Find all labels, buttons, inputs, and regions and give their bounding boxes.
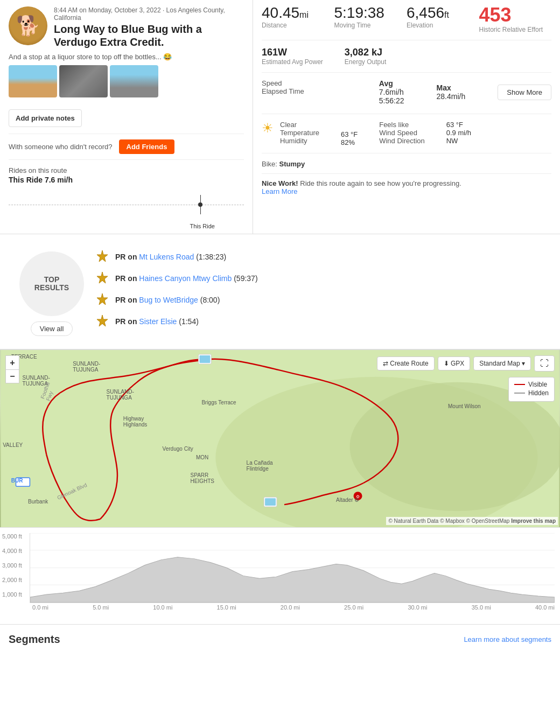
stat-relative-effort-value: 453: [479, 5, 552, 25]
elevation-svg: [30, 533, 555, 603]
pr-time: (1:54): [179, 317, 199, 326]
add-friends-button[interactable]: Add Friends: [119, 139, 175, 154]
elapsed-label: Elapsed Time: [262, 87, 304, 95]
top-results-section: TOPRESULTS View all PR on Mt Lukens Road…: [0, 234, 560, 349]
map-label-briggs: Briggs Terrace: [201, 400, 236, 405]
wind-speed-label: Wind Speed: [379, 129, 425, 137]
pr-label: PR on: [115, 296, 139, 304]
stat-moving-time: 5:19:38 Moving Time: [334, 5, 407, 33]
activity-description: And a stop at a liquor store to top off …: [9, 53, 244, 61]
segments-title: Segments: [9, 633, 60, 646]
pr-badge-icon: [95, 249, 110, 264]
map-label-sunland1: SUNLAND-TUJUNGA: [73, 361, 100, 373]
pr-time: (59:37): [234, 274, 257, 283]
elevation-chart-container: 5,000 ft 4,000 ft 3,000 ft 2,000 ft 1,00…: [0, 528, 560, 614]
pr-label: PR on: [115, 253, 139, 261]
add-private-notes-button[interactable]: Add private notes: [9, 109, 82, 127]
pr-badge-icon: [95, 292, 110, 307]
svg-marker-2: [97, 293, 108, 305]
stat-elevation: 6,456ft Elevation: [407, 5, 479, 33]
zoom-in-button[interactable]: +: [5, 355, 19, 369]
elev-y-5000: 5,000 ft: [2, 533, 22, 540]
map-legend: Visible Hidden: [508, 377, 555, 402]
top-label: TOPRESULTS: [34, 276, 69, 292]
energy-output: 3,082 kJ Energy Output: [345, 47, 386, 66]
view-all-button[interactable]: View all: [31, 321, 73, 336]
fullscreen-button[interactable]: ⛶: [534, 355, 555, 372]
svg-rect-8: [199, 355, 210, 363]
weather-left: Clear Temperature Humidity: [280, 121, 319, 146]
add-friends-row: With someone who didn't record? Add Frie…: [9, 134, 244, 160]
add-friends-label: With someone who didn't record?: [9, 143, 113, 151]
map-label-burbank: Burbank: [28, 499, 48, 505]
speed-header: Speed Elapsed Time Avg 7.6mi/h 5:56:22 M…: [262, 79, 551, 105]
map-label-verdugo: Verdugo City: [163, 446, 193, 452]
pr-segment-link[interactable]: Mt Lukens Road: [139, 253, 194, 261]
route-title: Rides on this route: [9, 166, 244, 174]
learn-more-segments-link[interactable]: Learn more about segments: [464, 635, 551, 643]
svg-marker-3: [97, 315, 108, 326]
nice-work-desc: Ride this route again to see how you're …: [300, 179, 461, 187]
pr-badge-icon: [95, 271, 110, 286]
estimated-power-value: 161W: [262, 47, 323, 58]
gpx-button[interactable]: ⬇ GPX: [438, 356, 471, 370]
photo-thumb-1[interactable]: [9, 65, 57, 97]
zoom-out-button[interactable]: −: [5, 369, 19, 383]
top-section: 🐕 8:44 AM on Monday, October 3, 2022 · L…: [0, 0, 560, 234]
route-chart: This Ride: [9, 188, 244, 221]
top-results-label: TOPRESULTS: [34, 276, 69, 292]
weather-temp-label: Temperature: [280, 129, 319, 137]
elev-x-0: 0.0 mi: [32, 604, 48, 611]
activity-meta: 8:44 AM on Monday, October 3, 2022 · Los…: [54, 6, 244, 48]
route-svg: ⚙: [0, 350, 560, 527]
speed-section: Speed Elapsed Time Avg 7.6mi/h 5:56:22 M…: [262, 79, 551, 114]
elapsed-value: 5:56:22: [379, 96, 404, 105]
bike-name: Stumpy: [279, 160, 305, 168]
stats-row-1: 40.45mi Distance 5:19:38 Moving Time 6,4…: [262, 5, 551, 40]
legend-hidden: Hidden: [514, 389, 549, 397]
weather-details: Clear Temperature Humidity 63 °F 82% Fee…: [280, 121, 551, 146]
energy-output-label: Energy Output: [345, 58, 386, 66]
wind-direction-label: Wind Direction: [379, 137, 425, 145]
speed-max-col: Max 28.4mi/h: [437, 83, 466, 101]
stat-distance-value: 40.45mi: [262, 5, 334, 20]
map-label-mon: MON: [196, 454, 208, 460]
speed-max-value: 28.4mi/h: [437, 92, 466, 101]
standard-map-button[interactable]: Standard Map ▾: [473, 356, 531, 370]
photo-thumb-2[interactable]: [59, 65, 108, 97]
speed-label: Speed: [262, 79, 304, 87]
pr-badge-icon: [95, 314, 110, 329]
map-label-sparr: SPARRHEIGHTS: [191, 472, 214, 484]
photo-thumb-3[interactable]: [110, 65, 158, 97]
weather-condition: Clear: [280, 121, 319, 129]
map-background: ⚙ TERRACE SUNLAND-TUJUNGA SUNLAND-TUJUNG…: [0, 350, 560, 527]
speed-max-header: Max: [437, 83, 466, 92]
elev-x-35: 35.0 mi: [472, 604, 491, 611]
pr-segment-link[interactable]: Bug to WetBridge: [139, 296, 198, 304]
stat-distance-label: Distance: [262, 22, 334, 29]
map-label-altader: Altader ⚙: [336, 497, 359, 503]
weather-values-left: 63 °F 82%: [341, 121, 358, 146]
svg-marker-0: [97, 250, 108, 262]
legend-visible: Visible: [514, 381, 549, 388]
create-route-button[interactable]: ⇄ Create Route: [377, 356, 435, 370]
pr-segment-link[interactable]: Sister Elsie: [139, 317, 177, 326]
pr-item: PR on Bug to WetBridge (8:00): [95, 292, 551, 307]
pr-time: (1:38:23): [196, 253, 226, 261]
svg-marker-1: [97, 272, 108, 283]
learn-more-link[interactable]: Learn More: [262, 187, 297, 195]
map-label-bur: BUR: [11, 478, 23, 484]
pr-segment-link[interactable]: Haines Canyon Mtwy Climb: [139, 274, 232, 283]
elev-x-30: 30.0 mi: [408, 604, 427, 611]
power-row: 161W Estimated Avg Power 3,082 kJ Energy…: [262, 47, 551, 73]
weather-section: ☀ Clear Temperature Humidity 63 °F 82% F…: [262, 121, 551, 153]
legend-visible-line: [514, 384, 525, 385]
segments-section: Segments Learn more about segments: [0, 624, 560, 654]
map-label-valley: VALLEY: [3, 442, 23, 448]
map-label-highway: HighwayHighlands: [123, 416, 147, 428]
route-bar-line: [9, 205, 244, 205]
show-more-button[interactable]: Show More: [498, 85, 551, 100]
weather-right-labels: Feels like Wind Speed Wind Direction: [379, 121, 425, 146]
improve-map-link[interactable]: Improve this map: [511, 518, 556, 524]
elev-y-1000: 1,000 ft: [2, 591, 22, 598]
